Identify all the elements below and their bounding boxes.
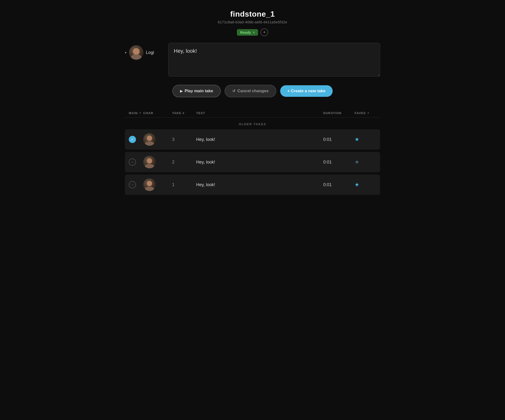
play-icon: ▶ — [180, 89, 183, 93]
table-row[interactable]: ○ 1 Hey, look! 0:01 ★ — [125, 175, 380, 195]
take-number: 2 — [172, 160, 196, 165]
faves-filter-icon: ▼ — [367, 112, 370, 114]
header: findstone_1 6171c8a8-b3a0-40bb-aefd-4411… — [125, 10, 380, 36]
table-row[interactable]: ○ 2 Hey, look! 0:01 ★ — [125, 152, 380, 172]
take-duration: 0:01 — [323, 182, 355, 187]
character-name: Logi — [146, 50, 154, 55]
cancel-changes-button[interactable]: ↺ Cancel changes — [225, 85, 276, 97]
take-text: Hey, look! — [196, 137, 323, 142]
main-container: findstone_1 6171c8a8-b3a0-40bb-aefd-4411… — [125, 10, 380, 195]
avatar-image — [143, 156, 156, 168]
older-takes-label: OLDER TAKES — [125, 118, 380, 129]
cancel-icon: ↺ — [232, 89, 235, 93]
chevron-down-icon[interactable]: ▾ — [125, 51, 127, 54]
create-new-take-button[interactable]: + Create a new take — [280, 85, 333, 97]
ready-badge[interactable]: Ready × — [237, 29, 258, 36]
take-text: Hey, look! — [196, 160, 323, 165]
select-take-button[interactable]: ✓ — [129, 136, 136, 143]
fave-star-button[interactable]: ★ — [355, 159, 376, 165]
page-title: findstone_1 — [125, 10, 380, 19]
cancel-label: Cancel changes — [237, 89, 268, 93]
avatar-image — [129, 45, 143, 60]
ready-label: Ready — [240, 30, 251, 34]
play-main-take-button[interactable]: ▶ Play main take — [172, 85, 221, 97]
avatar — [129, 45, 143, 60]
take-number: 3 — [172, 137, 196, 142]
take-number: 1 — [172, 182, 196, 187]
avatar — [143, 133, 156, 146]
avatar-image — [143, 178, 156, 191]
page-subtitle: 6171c8a8-b3a0-40bb-aefd-4411a5e5f32e — [125, 20, 380, 24]
col-text: TEXT — [196, 111, 323, 115]
take-text: Hey, look! — [196, 182, 323, 187]
dialogue-textarea[interactable] — [168, 43, 380, 77]
col-faves[interactable]: FAVES ▼ — [355, 111, 376, 115]
buttons-row: ▶ Play main take ↺ Cancel changes + Crea… — [125, 85, 380, 97]
text-area-wrap — [168, 43, 380, 78]
filter-icon: ▼ — [139, 112, 142, 114]
take-duration: 0:01 — [323, 160, 355, 165]
play-label: Play main take — [185, 89, 213, 93]
col-duration: DURATION — [323, 111, 355, 115]
select-take-button[interactable]: ○ — [129, 181, 136, 188]
create-label: + Create a new take — [287, 89, 325, 93]
col-main[interactable]: MAIN ▼ — [129, 111, 143, 115]
col-char: CHAR — [143, 111, 172, 115]
avatar-image — [143, 133, 156, 146]
close-icon[interactable]: × — [253, 31, 255, 34]
takes-table: MAIN ▼ CHAR TAKE # TEXT DURATION FAVES ▼… — [125, 109, 380, 195]
table-row[interactable]: ✓ 3 Hey, look! 0:01 ★ — [125, 129, 380, 150]
col-take-num: TAKE # — [172, 111, 196, 115]
fave-star-button[interactable]: ★ — [355, 136, 376, 143]
select-take-button[interactable]: ○ — [129, 158, 136, 166]
fave-star-button[interactable]: ★ — [355, 182, 376, 188]
add-badge-button[interactable]: + — [260, 28, 268, 36]
badge-row: Ready × + — [125, 28, 380, 36]
avatar — [143, 156, 156, 168]
table-header: MAIN ▼ CHAR TAKE # TEXT DURATION FAVES ▼ — [125, 109, 380, 118]
avatar — [143, 178, 156, 191]
char-row: ▾ Logi — [125, 43, 380, 78]
character-info: ▾ Logi — [125, 43, 163, 60]
take-duration: 0:01 — [323, 137, 355, 142]
take-rows-container: ✓ 3 Hey, look! 0:01 ★ ○ 2 Hey, look! 0:0… — [125, 129, 380, 195]
